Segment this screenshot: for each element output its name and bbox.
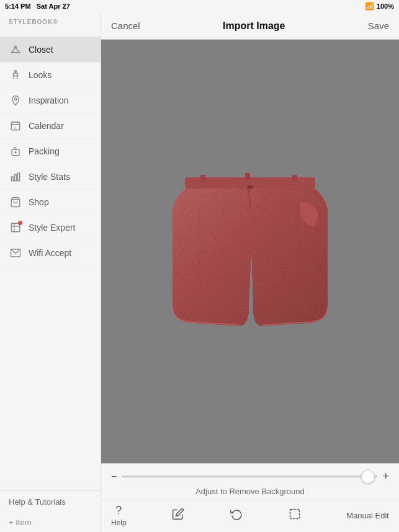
svg-rect-11 — [15, 174, 17, 181]
svg-rect-18 — [292, 175, 297, 182]
undo-icon — [230, 508, 243, 523]
luggage-icon — [9, 144, 22, 158]
sidebar-item-wifi-accept[interactable]: Wifi Accept — [0, 241, 101, 266]
calendar-icon: 2 — [9, 119, 22, 133]
sidebar-label-calendar: Calendar — [29, 121, 64, 131]
page-title: Import Image — [223, 20, 285, 32]
battery-icon: 100% — [377, 2, 394, 10]
bag-icon — [9, 195, 22, 209]
status-date: Sat Apr 27 — [37, 2, 70, 10]
status-bar: 5:14 PM Sat Apr 27 📶 100% — [0, 0, 399, 12]
sidebar-item-calendar[interactable]: 2 Calendar — [0, 113, 101, 139]
sidebar-label-shop: Shop — [29, 197, 49, 207]
svg-rect-16 — [200, 175, 205, 182]
status-time-date: 5:14 PM Sat Apr 27 — [5, 2, 70, 10]
sidebar-item-looks[interactable]: Looks — [0, 63, 101, 88]
svg-rect-10 — [11, 177, 13, 181]
sidebar-label-looks: Looks — [29, 70, 52, 80]
cancel-button[interactable]: Cancel — [111, 20, 140, 31]
sidebar-item-style-stats[interactable]: Style Stats — [0, 164, 101, 190]
wifi-icon: 📶 — [365, 2, 374, 11]
select-toolbar-item[interactable] — [289, 508, 301, 523]
toolbar-row: ? Help — [101, 500, 399, 532]
badge-icon — [9, 221, 22, 234]
hanger-icon — [9, 43, 22, 56]
slider-row: − + — [101, 464, 399, 485]
edit-toolbar-item[interactable] — [172, 508, 184, 523]
right-panel: Cancel Import Image Save — [101, 12, 399, 532]
sidebar-item-style-expert[interactable]: Style Expert — [0, 215, 101, 241]
sidebar-item-shop[interactable]: Shop — [0, 190, 101, 215]
pin-icon — [9, 94, 22, 107]
pencil-icon — [172, 508, 184, 523]
sidebar-item-inspiration[interactable]: Inspiration — [0, 88, 101, 113]
undo-toolbar-item[interactable] — [230, 508, 243, 523]
sidebar-label-style-expert: Style Expert — [29, 223, 75, 233]
svg-rect-12 — [18, 173, 20, 181]
slider-thumb[interactable] — [361, 470, 375, 484]
save-button[interactable]: Save — [368, 20, 389, 31]
help-icon: ? — [115, 504, 122, 517]
svg-text:2: 2 — [14, 126, 16, 130]
shorts-image — [138, 146, 362, 357]
manual-edit-button[interactable]: Manual Edit — [346, 511, 389, 520]
slider-track[interactable] — [122, 476, 377, 477]
sidebar-item-packing[interactable]: Packing — [0, 139, 101, 164]
svg-rect-21 — [290, 510, 299, 519]
app-logo: STYLEBOOK® — [0, 12, 101, 37]
slider-minus-icon[interactable]: − — [111, 471, 117, 482]
sidebar-label-wifi-accept: Wifi Accept — [29, 248, 71, 258]
sidebar-label-style-stats: Style Stats — [29, 172, 70, 182]
sidebar-items: Closet Looks — [0, 37, 101, 490]
mannequin-icon — [9, 68, 22, 82]
slider-plus-icon[interactable]: + — [382, 470, 389, 483]
selection-icon — [289, 508, 301, 523]
svg-rect-17 — [245, 173, 250, 180]
svg-point-1 — [14, 98, 17, 100]
status-time: 5:14 PM — [5, 2, 31, 10]
chart-icon — [9, 170, 22, 184]
status-icons: 📶 100% — [365, 2, 394, 11]
adjust-label: Adjust to Remove Background — [101, 485, 399, 500]
help-tutorials[interactable]: Help & Tutorials — [0, 490, 101, 513]
bottom-controls: − + Adjust to Remove Background ? Help — [101, 463, 399, 532]
svg-point-0 — [15, 71, 17, 73]
image-area — [101, 40, 399, 463]
envelope-icon — [9, 246, 22, 260]
top-nav: Cancel Import Image Save — [101, 12, 399, 40]
sidebar: STYLEBOOK® Closet — [0, 12, 101, 532]
sidebar-label-inspiration: Inspiration — [29, 95, 69, 105]
sidebar-label-closet: Closet — [29, 45, 53, 55]
add-item-button[interactable]: + Item — [0, 513, 101, 532]
main-container: STYLEBOOK® Closet — [0, 12, 399, 532]
sidebar-item-closet[interactable]: Closet — [0, 37, 101, 63]
help-toolbar-item[interactable]: ? Help — [111, 504, 127, 527]
sidebar-label-packing: Packing — [29, 146, 60, 156]
